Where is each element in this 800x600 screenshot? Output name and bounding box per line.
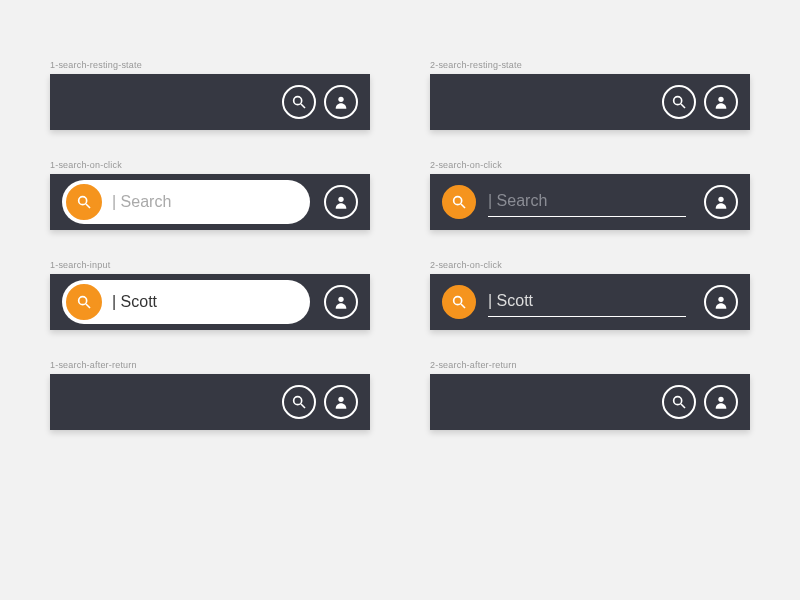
search-underline: | Scott bbox=[488, 287, 686, 317]
svg-point-9 bbox=[454, 197, 462, 205]
svg-line-22 bbox=[681, 404, 685, 408]
variant-1-after: 1-search-after-return bbox=[50, 360, 370, 430]
toolbar: | Search bbox=[50, 174, 370, 230]
svg-line-19 bbox=[301, 404, 305, 408]
svg-line-13 bbox=[86, 304, 90, 308]
search-icon bbox=[291, 394, 307, 410]
search-input[interactable]: | Search bbox=[62, 180, 310, 224]
state-label: 2-search-resting-state bbox=[430, 60, 750, 70]
toolbar bbox=[430, 374, 750, 430]
profile-button[interactable] bbox=[324, 285, 358, 319]
svg-point-20 bbox=[338, 397, 343, 402]
user-icon bbox=[333, 94, 349, 110]
svg-point-21 bbox=[674, 397, 682, 405]
svg-point-18 bbox=[294, 397, 302, 405]
search-button[interactable] bbox=[662, 385, 696, 419]
svg-point-3 bbox=[674, 97, 682, 105]
user-icon bbox=[333, 194, 349, 210]
variant-1-click: 1-search-on-click | Search bbox=[50, 160, 370, 230]
svg-point-14 bbox=[338, 297, 343, 302]
variant-1-resting: 1-search-resting-state bbox=[50, 60, 370, 130]
toolbar bbox=[50, 374, 370, 430]
profile-button[interactable] bbox=[704, 85, 738, 119]
profile-button[interactable] bbox=[704, 285, 738, 319]
svg-point-5 bbox=[718, 97, 723, 102]
search-button-active[interactable] bbox=[442, 185, 476, 219]
svg-line-7 bbox=[86, 204, 90, 208]
profile-button[interactable] bbox=[324, 185, 358, 219]
state-label: 1-search-input bbox=[50, 260, 370, 270]
toolbar: | Scott bbox=[50, 274, 370, 330]
svg-point-17 bbox=[718, 297, 723, 302]
state-label: 1-search-resting-state bbox=[50, 60, 370, 70]
search-icon bbox=[291, 94, 307, 110]
user-icon bbox=[713, 394, 729, 410]
svg-point-6 bbox=[79, 197, 87, 205]
search-button-active[interactable] bbox=[442, 285, 476, 319]
profile-button[interactable] bbox=[704, 385, 738, 419]
search-input[interactable]: | Search bbox=[442, 185, 686, 219]
variant-2-input: 2-search-on-click | Scott bbox=[430, 260, 750, 330]
search-icon bbox=[451, 194, 467, 210]
states-grid: 1-search-resting-state 2-search-resting-… bbox=[50, 60, 750, 430]
toolbar: | Scott bbox=[430, 274, 750, 330]
profile-button[interactable] bbox=[704, 185, 738, 219]
profile-button[interactable] bbox=[324, 85, 358, 119]
state-label: 2-search-on-click bbox=[430, 260, 750, 270]
variant-2-click: 2-search-on-click | Search bbox=[430, 160, 750, 230]
toolbar: | Search bbox=[430, 174, 750, 230]
search-button[interactable] bbox=[282, 385, 316, 419]
toolbar bbox=[50, 74, 370, 130]
svg-point-12 bbox=[79, 297, 87, 305]
state-label: 1-search-on-click bbox=[50, 160, 370, 170]
svg-point-8 bbox=[338, 197, 343, 202]
state-label: 2-search-on-click bbox=[430, 160, 750, 170]
svg-point-2 bbox=[338, 97, 343, 102]
user-icon bbox=[713, 294, 729, 310]
search-input[interactable]: | Scott bbox=[442, 285, 686, 319]
search-icon bbox=[671, 394, 687, 410]
user-icon bbox=[333, 394, 349, 410]
svg-point-23 bbox=[718, 397, 723, 402]
search-icon bbox=[671, 94, 687, 110]
user-icon bbox=[333, 294, 349, 310]
search-button-active[interactable] bbox=[66, 184, 102, 220]
search-icon bbox=[76, 294, 92, 310]
user-icon bbox=[713, 194, 729, 210]
svg-line-4 bbox=[681, 104, 685, 108]
svg-line-1 bbox=[301, 104, 305, 108]
search-placeholder: | Search bbox=[112, 193, 171, 211]
search-underline: | Search bbox=[488, 187, 686, 217]
search-value: | Scott bbox=[488, 292, 533, 310]
search-button[interactable] bbox=[662, 85, 696, 119]
search-value: | Scott bbox=[112, 293, 157, 311]
svg-line-16 bbox=[461, 304, 465, 308]
variant-1-input: 1-search-input | Scott bbox=[50, 260, 370, 330]
variant-2-resting: 2-search-resting-state bbox=[430, 60, 750, 130]
profile-button[interactable] bbox=[324, 385, 358, 419]
search-button[interactable] bbox=[282, 85, 316, 119]
svg-point-0 bbox=[294, 97, 302, 105]
svg-point-11 bbox=[718, 197, 723, 202]
toolbar bbox=[430, 74, 750, 130]
search-button-active[interactable] bbox=[66, 284, 102, 320]
search-placeholder: | Search bbox=[488, 192, 547, 210]
svg-line-10 bbox=[461, 204, 465, 208]
search-icon bbox=[451, 294, 467, 310]
variant-2-after: 2-search-after-return bbox=[430, 360, 750, 430]
state-label: 1-search-after-return bbox=[50, 360, 370, 370]
state-label: 2-search-after-return bbox=[430, 360, 750, 370]
user-icon bbox=[713, 94, 729, 110]
search-input[interactable]: | Scott bbox=[62, 280, 310, 324]
svg-point-15 bbox=[454, 297, 462, 305]
search-icon bbox=[76, 194, 92, 210]
